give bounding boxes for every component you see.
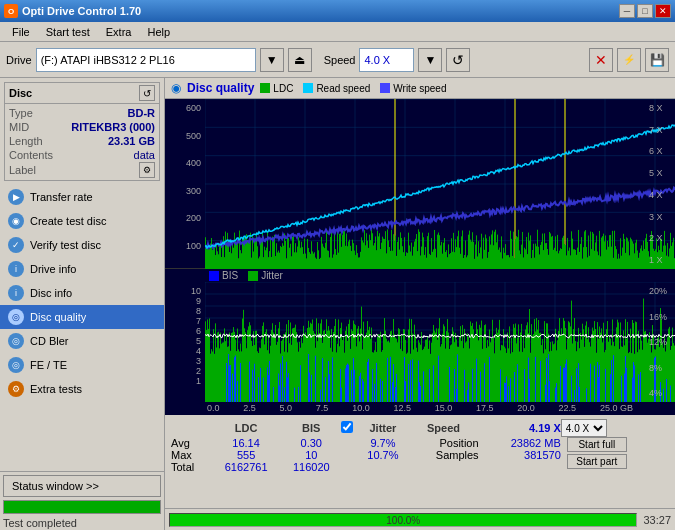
legend-ldc-color <box>260 83 270 93</box>
disc-header-label: Disc <box>9 87 32 99</box>
disc-mid-label: MID <box>9 121 29 133</box>
nav-drive-info[interactable]: i Drive info <box>0 257 164 281</box>
eject-button[interactable]: ⏏ <box>288 48 312 72</box>
menu-extra[interactable]: Extra <box>98 25 140 39</box>
nav-label-drive-info: Drive info <box>30 263 76 275</box>
disc-contents-value: data <box>134 149 155 161</box>
avg-jitter: 9.7% <box>357 437 408 449</box>
nav-label-cd-bler: CD Bler <box>30 335 69 347</box>
legend-jitter-color <box>248 271 258 281</box>
disc-length-value: 23.31 GB <box>108 135 155 147</box>
top-chart-y-labels: 600 500 400 300 200 100 <box>165 99 203 269</box>
legend-ldc: LDC <box>260 83 293 94</box>
th-speed: Speed <box>408 419 478 437</box>
speed-value: 4.0 X <box>364 54 390 66</box>
disc-contents-row: Contents data <box>9 148 155 162</box>
nav-transfer-rate[interactable]: ▶ Transfer rate <box>0 185 164 209</box>
chart-legend: LDC Read speed Write speed <box>260 83 446 94</box>
refresh-button[interactable]: ↺ <box>446 48 470 72</box>
avg-bis: 0.30 <box>281 437 341 449</box>
bottom-status-bar: 100.0% 33:27 <box>165 508 675 530</box>
bottom-time: 33:27 <box>643 514 671 526</box>
bottom-chart-area: 10 9 8 7 6 5 4 3 2 1 20% 16% 12% 8% 4% <box>165 282 675 402</box>
speed-display-val: 4.19 X <box>529 422 561 434</box>
legend-write-speed: Write speed <box>380 83 446 94</box>
nav-icon-create-test-disc: ◉ <box>8 213 24 229</box>
avg-label: Avg <box>171 437 211 449</box>
nav-cd-bler[interactable]: ◎ CD Bler <box>0 329 164 353</box>
close-button[interactable]: ✕ <box>655 4 671 18</box>
menu-file[interactable]: File <box>4 25 38 39</box>
speed-dropdown-button[interactable]: ▼ <box>418 48 442 72</box>
panel-icon: ◉ <box>171 81 181 95</box>
minimize-button[interactable]: ─ <box>619 4 635 18</box>
disc-length-row: Length 23.31 GB <box>9 134 155 148</box>
disc-info-table: Type BD-R MID RITEKBR3 (000) Length 23.3… <box>5 104 159 180</box>
menu-bar: File Start test Extra Help <box>0 22 675 42</box>
info-button[interactable]: ⚡ <box>617 48 641 72</box>
nav-create-test-disc[interactable]: ◉ Create test disc <box>0 209 164 233</box>
clear-button[interactable]: ✕ <box>589 48 613 72</box>
nav-icon-transfer-rate: ▶ <box>8 189 24 205</box>
th-empty <box>171 419 211 437</box>
start-part-button[interactable]: Start part <box>567 454 627 469</box>
top-chart-canvas <box>205 99 675 269</box>
disc-type-value: BD-R <box>128 107 156 119</box>
disc-label-label: Label <box>9 164 36 176</box>
nav-icon-verify-test-disc: ✓ <box>8 237 24 253</box>
th-speed-selector: 4.0 X <box>561 419 669 437</box>
toolbar: Drive (F:) ATAPI iHBS312 2 PL16 ▼ ⏏ Spee… <box>0 42 675 78</box>
app-icon: O <box>4 4 18 18</box>
start-full-button[interactable]: Start full <box>567 437 627 452</box>
legend-ldc-label: LDC <box>273 83 293 94</box>
speed-display: 4.0 X <box>359 48 414 72</box>
maximize-button[interactable]: □ <box>637 4 653 18</box>
status-section: Status window >> Test completed <box>0 471 164 530</box>
nav-disc-quality[interactable]: ◎ Disc quality <box>0 305 164 329</box>
menu-start-test[interactable]: Start test <box>38 25 98 39</box>
th-bis: BIS <box>281 419 341 437</box>
nav-label-disc-quality: Disc quality <box>30 311 86 323</box>
nav-fe-te[interactable]: ◎ FE / TE <box>0 353 164 377</box>
top-chart-area: 600 500 400 300 200 100 8 X 7 X 6 X 5 X … <box>165 99 675 269</box>
drive-label: Drive <box>6 54 32 66</box>
legend-bis-label: BIS <box>222 270 238 281</box>
sidebar: Disc ↺ Type BD-R MID RITEKBR3 (000) Leng… <box>0 78 165 530</box>
speed-selector[interactable]: 4.0 X <box>561 419 607 437</box>
data-table-area: LDC BIS Jitter Speed 4.19 X 4.0 X <box>165 415 675 508</box>
bottom-chart-legend: BIS Jitter <box>165 269 675 282</box>
disc-refresh-button[interactable]: ↺ <box>139 85 155 101</box>
legend-bis: BIS <box>209 270 238 281</box>
nav-extra-tests[interactable]: ⚙ Extra tests <box>0 377 164 401</box>
th-checkbox <box>341 419 357 437</box>
start-buttons: Start full Start part <box>561 437 669 473</box>
disc-label-button[interactable]: ⚙ <box>139 162 155 178</box>
disc-mid-row: MID RITEKBR3 (000) <box>9 120 155 134</box>
legend-write-speed-label: Write speed <box>393 83 446 94</box>
status-window-button[interactable]: Status window >> <box>3 475 161 497</box>
drive-dropdown-button[interactable]: ▼ <box>260 48 284 72</box>
disc-section: Disc ↺ Type BD-R MID RITEKBR3 (000) Leng… <box>4 82 160 181</box>
nav-label-disc-info: Disc info <box>30 287 72 299</box>
avg-ldc: 16.14 <box>211 437 281 449</box>
nav-disc-info[interactable]: i Disc info <box>0 281 164 305</box>
menu-help[interactable]: Help <box>139 25 178 39</box>
disc-label-row: Label ⚙ <box>9 162 155 178</box>
disc-type-label: Type <box>9 107 33 119</box>
max-jitter: 10.7% <box>357 449 408 461</box>
jitter-checkbox[interactable] <box>341 421 353 433</box>
bottom-chart-y-labels: 10 9 8 7 6 5 4 3 2 1 <box>165 282 203 402</box>
content-area: ◉ Disc quality LDC Read speed Write spee… <box>165 78 675 530</box>
panel-header: ◉ Disc quality LDC Read speed Write spee… <box>165 78 675 99</box>
max-label: Max <box>171 449 211 461</box>
save-button[interactable]: 💾 <box>645 48 669 72</box>
main-area: Disc ↺ Type BD-R MID RITEKBR3 (000) Leng… <box>0 78 675 530</box>
nav-verify-test-disc[interactable]: ✓ Verify test disc <box>0 233 164 257</box>
x-axis-labels: 0.0 2.5 5.0 7.5 10.0 12.5 15.0 17.5 20.0… <box>165 402 675 415</box>
th-speed-val: 4.19 X <box>479 419 561 437</box>
sidebar-progress-fill <box>4 501 160 513</box>
speed-label: Speed <box>324 54 356 66</box>
legend-read-speed-label: Read speed <box>316 83 370 94</box>
avg-speed-label: Position <box>408 437 478 449</box>
panel-title: Disc quality <box>187 81 254 95</box>
